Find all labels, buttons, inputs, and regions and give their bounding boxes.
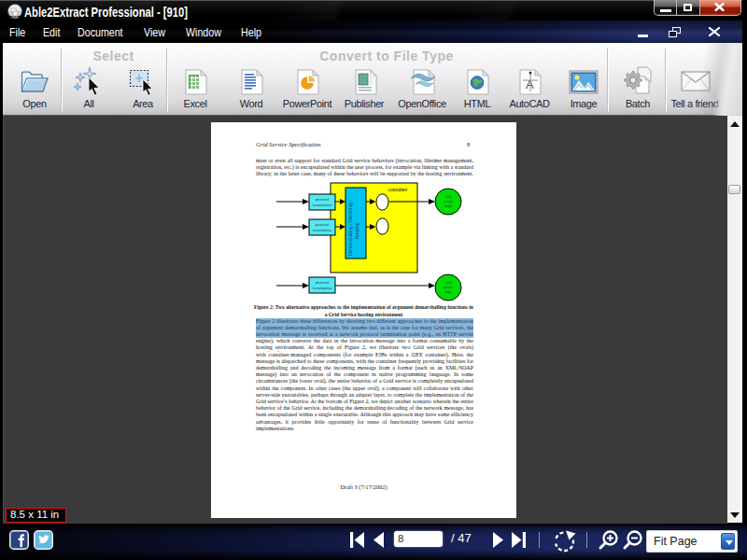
svg-text:Grid: Grid [444,195,451,199]
svg-text:Routing: Routing [354,222,359,239]
svg-text:termination: termination [313,286,332,290]
svg-text:protocol: protocol [316,280,330,285]
svg-text:impl.: impl. [444,290,452,294]
svg-text:protocol: protocol [316,222,330,227]
svg-text:Demarshalling / Decoding /: Demarshalling / Decoding / [347,200,353,256]
svg-text:container: container [388,187,408,192]
svg-text:service: service [443,286,453,289]
svg-text:termination: termination [313,203,332,207]
svg-text:Grid: Grid [444,281,451,285]
svg-text:termination: termination [313,228,332,232]
svg-text:service: service [443,200,453,203]
svg-text:PDF: PDF [12,16,18,20]
svg-text:protocol: protocol [316,197,330,202]
svg-text:impl.: impl. [444,204,452,208]
